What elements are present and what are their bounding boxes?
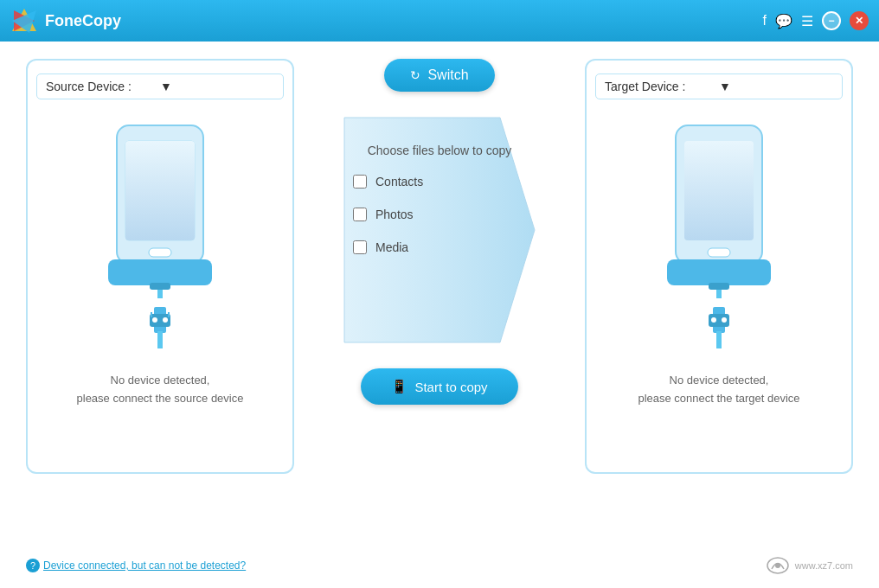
svg-point-25 [711, 317, 716, 323]
content-row: Source Device : ▼ [26, 59, 853, 543]
source-dropdown-arrow: ▼ [160, 80, 274, 93]
copy-instruction-label: Choose files below to copy [327, 144, 552, 157]
watermark: www.xz7.com [765, 556, 853, 575]
target-phone-illustration [650, 117, 788, 298]
titlebar: FoneCopy f 💬 ☰ − ✕ [0, 0, 879, 42]
svg-rect-6 [149, 248, 171, 257]
switch-label: Switch [427, 67, 468, 83]
titlebar-actions: f 💬 ☰ − ✕ [763, 11, 869, 30]
photos-label[interactable]: Photos [375, 208, 414, 221]
start-copy-button[interactable]: 📱 Start to copy [361, 368, 517, 405]
photos-checkbox[interactable] [353, 208, 367, 221]
bottom-bar: ? Device connected, but can not be detec… [26, 552, 853, 575]
target-dropdown-arrow: ▼ [719, 80, 833, 93]
refresh-icon: ↻ [410, 68, 420, 82]
contacts-checkbox-item: Contacts [327, 175, 552, 189]
app-logo [10, 7, 38, 35]
target-device-panel: Target Device : ▼ [585, 59, 853, 474]
switch-button[interactable]: ↻ Switch [384, 59, 494, 92]
facebook-icon[interactable]: f [763, 13, 767, 29]
media-label[interactable]: Media [375, 240, 408, 254]
device-help-link[interactable]: ? Device connected, but can not be detec… [26, 559, 246, 572]
middle-section: ↻ Switch Choose files below to cop [294, 59, 585, 405]
svg-rect-14 [157, 331, 163, 348]
copy-device-icon: 📱 [391, 379, 407, 394]
contacts-checkbox[interactable] [353, 175, 367, 189]
source-device-panel: Source Device : ▼ [26, 59, 294, 474]
svg-point-12 [152, 317, 157, 323]
svg-point-29 [775, 563, 780, 568]
svg-point-26 [722, 317, 727, 323]
main-content: Source Device : ▼ [0, 42, 879, 588]
svg-point-13 [163, 317, 168, 323]
source-phone-illustration [91, 117, 229, 298]
media-checkbox-item: Media [327, 240, 552, 254]
arrow-area: Choose files below to copy Contacts Phot… [327, 100, 552, 360]
source-no-device-text: No device detected, please connect the s… [77, 372, 244, 408]
menu-icon[interactable]: ☰ [801, 13, 813, 29]
watermark-logo [765, 556, 791, 575]
source-dropdown-label: Source Device : [46, 80, 160, 93]
photos-checkbox-item: Photos [327, 208, 552, 221]
source-usb-icon [143, 307, 177, 355]
copy-options: Choose files below to copy Contacts Phot… [327, 144, 552, 273]
start-copy-label: Start to copy [414, 380, 487, 394]
target-dropdown-label: Target Device : [605, 80, 719, 93]
svg-rect-19 [708, 248, 730, 257]
target-usb-icon [702, 307, 736, 355]
contacts-label[interactable]: Contacts [375, 175, 423, 189]
close-button[interactable]: ✕ [850, 11, 869, 30]
minimize-button[interactable]: − [822, 11, 841, 30]
svg-rect-27 [716, 331, 722, 348]
target-device-dropdown[interactable]: Target Device : ▼ [595, 74, 843, 99]
chat-icon[interactable]: 💬 [775, 13, 792, 29]
svg-rect-21 [709, 283, 729, 290]
watermark-text: www.xz7.com [795, 560, 853, 571]
svg-rect-7 [108, 259, 212, 285]
media-checkbox[interactable] [353, 240, 367, 254]
svg-rect-8 [150, 283, 170, 290]
help-circle-icon: ? [26, 559, 40, 572]
target-no-device-text: No device detected, please connect the t… [638, 372, 799, 408]
svg-rect-5 [125, 141, 195, 240]
svg-rect-18 [684, 141, 754, 240]
source-device-dropdown[interactable]: Source Device : ▼ [36, 74, 284, 99]
app-title: FoneCopy [45, 12, 121, 30]
help-link-text[interactable]: Device connected, but can not be detecte… [43, 559, 246, 572]
svg-rect-20 [667, 259, 771, 285]
